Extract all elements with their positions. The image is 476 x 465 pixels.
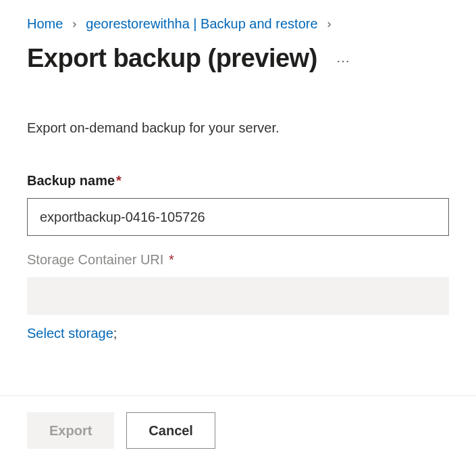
breadcrumb: Home › georestorewithha | Backup and res… xyxy=(27,16,449,32)
cancel-button[interactable]: Cancel xyxy=(126,412,215,449)
more-actions-button[interactable]: ⋯ xyxy=(336,53,351,69)
chevron-right-icon: › xyxy=(72,17,76,31)
breadcrumb-resource[interactable]: georestorewithha | Backup and restore xyxy=(86,16,317,32)
select-storage-link[interactable]: Select storage xyxy=(27,326,113,341)
footer-actions: Export Cancel xyxy=(0,395,476,465)
backup-name-input[interactable] xyxy=(27,198,449,236)
storage-uri-input xyxy=(27,277,449,315)
chevron-right-icon: › xyxy=(327,17,332,31)
page-description: Export on-demand backup for your server. xyxy=(27,120,449,136)
backup-name-label: Backup name* xyxy=(27,173,449,189)
breadcrumb-home[interactable]: Home xyxy=(27,16,63,32)
export-button[interactable]: Export xyxy=(27,412,114,449)
semicolon-text: ; xyxy=(113,326,117,341)
storage-uri-label: Storage Container URI * xyxy=(27,252,449,268)
page-title: Export backup (preview) xyxy=(27,44,317,73)
